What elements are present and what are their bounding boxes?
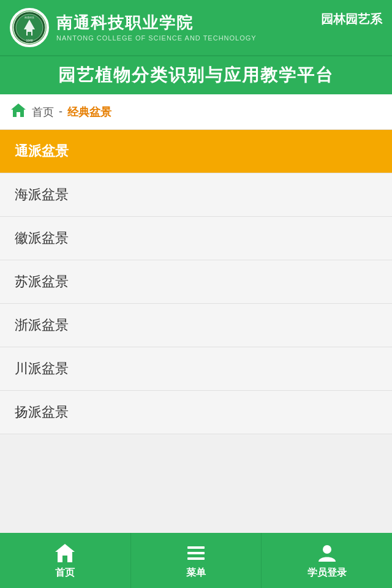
svg-text:1948: 1948 [26, 39, 32, 42]
platform-title: 园艺植物分类识别与应用教学平台 [10, 64, 382, 87]
svg-rect-9 [187, 546, 205, 549]
school-name-en: NANTONG COLLEGE OF SCIENCE AND TECHNOLOG… [56, 34, 311, 42]
svg-text:南通科技: 南通科技 [24, 16, 34, 19]
list-item-label: 苏派盆景 [15, 273, 69, 291]
home-nav-icon [54, 542, 76, 564]
list-item[interactable]: 川派盆景 [0, 347, 392, 391]
svg-point-12 [323, 545, 331, 554]
breadcrumb-current: 经典盆景 [67, 105, 111, 119]
svg-marker-7 [11, 104, 26, 117]
svg-marker-8 [55, 544, 75, 562]
logo: 1948 南通科技 [10, 8, 49, 47]
list-item[interactable]: 通派盆景 [0, 130, 392, 173]
list-item-label: 通派盆景 [15, 142, 69, 160]
list-item[interactable]: 徽派盆景 [0, 217, 392, 260]
user-nav-icon [316, 542, 338, 564]
list-container: 通派盆景海派盆景徽派盆景苏派盆景浙派盆景川派盆景扬派盆景 [0, 130, 392, 533]
department-name: 园林园艺系 [321, 11, 382, 28]
nav-label-home: 首页 [55, 567, 75, 579]
list-item-label: 川派盆景 [15, 360, 69, 378]
breadcrumb-separator: - [59, 105, 62, 118]
nav-item-menu[interactable]: 菜单 [131, 533, 262, 588]
list-item-label: 海派盆景 [15, 186, 69, 204]
nav-label-menu: 菜单 [186, 567, 206, 579]
list-item[interactable]: 海派盆景 [0, 173, 392, 217]
header-title-block: 南通科技职业学院 NANTONG COLLEGE OF SCIENCE AND … [56, 13, 311, 41]
logo-svg: 1948 南通科技 [13, 11, 46, 44]
svg-rect-10 [187, 552, 205, 554]
list-item-label: 浙派盆景 [15, 316, 69, 334]
list-item-label: 扬派盆景 [15, 403, 69, 421]
svg-rect-11 [187, 557, 205, 560]
nav-label-login: 学员登录 [307, 567, 347, 579]
breadcrumb-home-label: 首页 [32, 105, 54, 119]
list-item-label: 徽派盆景 [15, 229, 69, 247]
list-item[interactable]: 浙派盆景 [0, 304, 392, 347]
list-item[interactable]: 苏派盆景 [0, 260, 392, 304]
school-name-zh: 南通科技职业学院 [56, 13, 311, 32]
svg-rect-4 [28, 32, 31, 36]
menu-nav-icon [185, 542, 207, 564]
bottom-nav: 首页 菜单 学员登录 [0, 533, 392, 588]
list-item[interactable]: 扬派盆景 [0, 391, 392, 434]
home-icon [10, 102, 27, 122]
nav-item-login[interactable]: 学员登录 [262, 533, 392, 588]
header: 1948 南通科技 南通科技职业学院 NANTONG COLLEGE OF SC… [0, 0, 392, 55]
breadcrumb: 首页 - 经典盆景 [0, 94, 392, 130]
nav-item-home[interactable]: 首页 [0, 533, 131, 588]
platform-bar: 园艺植物分类识别与应用教学平台 [0, 55, 392, 94]
